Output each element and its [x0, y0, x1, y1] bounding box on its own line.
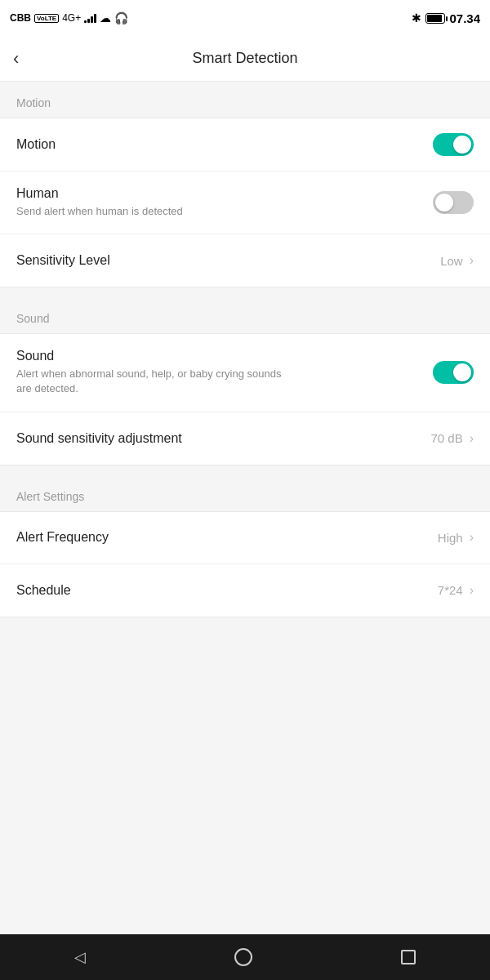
- alert-settings-group: Alert Frequency High › Schedule 7*24 ›: [0, 511, 490, 617]
- human-item[interactable]: Human Send alert when human is detected: [0, 172, 490, 234]
- time-display: 07.34: [449, 11, 480, 25]
- sound-spacer: [0, 287, 490, 297]
- motion-toggle-knob: [453, 136, 471, 154]
- battery-icon: [425, 13, 445, 24]
- headphones-icon: 🎧: [114, 11, 128, 24]
- motion-title: Motion: [16, 137, 433, 152]
- sound-item[interactable]: Sound Alert when abnormal sound, help, o…: [0, 334, 490, 412]
- human-title: Human: [16, 186, 433, 201]
- empty-space: [0, 617, 490, 748]
- human-toggle[interactable]: [433, 191, 474, 214]
- schedule-value: 7*24: [438, 583, 463, 597]
- nav-recents-button[interactable]: [401, 950, 416, 964]
- sound-sensitivity-chevron-icon: ›: [470, 431, 474, 446]
- schedule-item[interactable]: Schedule 7*24 ›: [0, 564, 490, 617]
- status-left: CBB VoLTE 4G+ ☁ 🎧: [10, 11, 128, 24]
- human-subtitle: Send alert when human is detected: [16, 204, 294, 219]
- sound-section-header: Sound: [0, 297, 490, 333]
- alert-frequency-value: High: [438, 531, 463, 545]
- cloud-icon: ☁: [100, 11, 111, 24]
- signal-icon: [84, 13, 96, 23]
- nav-home-button[interactable]: [234, 948, 252, 966]
- sensitivity-value: Low: [440, 254, 463, 268]
- bluetooth-icon: ✱: [412, 11, 421, 24]
- bottom-nav: ◁: [0, 934, 490, 980]
- sound-sensitivity-value: 70 dB: [430, 431, 462, 445]
- sound-subtitle: Alert when abnormal sound, help, or baby…: [16, 367, 294, 396]
- sound-title: Sound: [16, 349, 433, 363]
- human-toggle-knob: [435, 194, 453, 212]
- motion-item[interactable]: Motion: [0, 118, 490, 172]
- header: ‹ Smart Detection: [0, 36, 490, 82]
- content-area: Motion Motion Human Send alert when huma…: [0, 82, 490, 934]
- sound-sensitivity-item[interactable]: Sound sensitivity adjustment 70 dB ›: [0, 412, 490, 465]
- sound-toggle-knob: [453, 363, 471, 381]
- back-button[interactable]: ‹: [13, 47, 25, 71]
- sensitivity-item[interactable]: Sensitivity Level Low ›: [0, 234, 490, 287]
- motion-settings-group: Motion Human Send alert when human is de…: [0, 118, 490, 287]
- sensitivity-title: Sensitivity Level: [16, 253, 440, 268]
- alert-frequency-chevron-icon: ›: [470, 530, 474, 545]
- alert-frequency-item[interactable]: Alert Frequency High ›: [0, 512, 490, 564]
- volte-badge: VoLTE: [34, 14, 59, 23]
- sound-toggle[interactable]: [433, 361, 474, 384]
- page-title: Smart Detection: [192, 50, 297, 67]
- sound-settings-group: Sound Alert when abnormal sound, help, o…: [0, 333, 490, 465]
- network-text: 4G+: [62, 12, 81, 24]
- sound-sensitivity-title: Sound sensitivity adjustment: [16, 431, 430, 446]
- alert-section-header: Alert Settings: [0, 475, 490, 511]
- status-right: ✱ 07.34: [412, 11, 480, 25]
- alert-spacer: [0, 466, 490, 475]
- motion-toggle[interactable]: [433, 133, 474, 156]
- nav-back-button[interactable]: ◁: [74, 948, 86, 966]
- status-bar: CBB VoLTE 4G+ ☁ 🎧 ✱ 07.34: [0, 0, 490, 36]
- alert-frequency-title: Alert Frequency: [16, 530, 438, 545]
- motion-section-header: Motion: [0, 82, 490, 118]
- carrier-text: CBB: [10, 12, 31, 24]
- battery-fill: [427, 15, 442, 22]
- sensitivity-chevron-icon: ›: [470, 253, 474, 268]
- schedule-chevron-icon: ›: [470, 583, 474, 598]
- schedule-title: Schedule: [16, 583, 438, 598]
